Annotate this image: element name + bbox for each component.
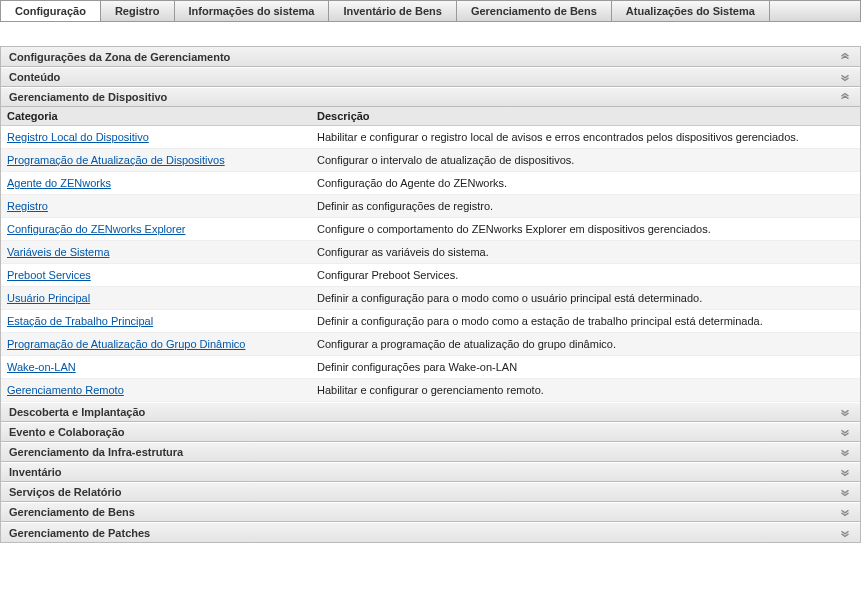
cell-category: Registro Local do Dispositivo [1, 126, 311, 148]
section-assets-title: Gerenciamento de Bens [9, 506, 135, 518]
cell-category: Estação de Trabalho Principal [1, 310, 311, 332]
cell-description: Definir a configuração para o modo como … [311, 287, 860, 309]
cell-description: Configurar Preboot Services. [311, 264, 860, 286]
section-zone[interactable]: Configurações da Zona de Gerenciamento [1, 47, 860, 67]
section-assets[interactable]: Gerenciamento de Bens [1, 502, 860, 522]
category-link[interactable]: Variáveis de Sistema [7, 246, 110, 258]
cell-description: Habilitar e configurar o registro local … [311, 126, 860, 148]
category-link[interactable]: Programação de Atualização de Dispositiv… [7, 154, 225, 166]
cell-description: Configurar o intervalo de atualização de… [311, 149, 860, 171]
chevron-double-up-icon [838, 90, 852, 104]
section-report-title: Serviços de Relatório [9, 486, 122, 498]
table-body: Registro Local do DispositivoHabilitar e… [1, 126, 860, 402]
table-row: Registro Local do DispositivoHabilitar e… [1, 126, 860, 149]
chevron-double-down-icon [838, 526, 852, 540]
chevron-double-up-icon [838, 50, 852, 64]
cell-description: Configurar a programação de atualização … [311, 333, 860, 355]
section-event-title: Evento e Colaboração [9, 426, 125, 438]
category-link[interactable]: Gerenciamento Remoto [7, 384, 124, 396]
section-discovery[interactable]: Descoberta e Implantação [1, 402, 860, 422]
chevron-double-down-icon [838, 485, 852, 499]
category-link[interactable]: Usuário Principal [7, 292, 90, 304]
chevron-double-down-icon [838, 405, 852, 419]
cell-description: Definir a configuração para o modo como … [311, 310, 860, 332]
cell-description: Configurar as variáveis do sistema. [311, 241, 860, 263]
cell-category: Wake-on-LAN [1, 356, 311, 378]
tab-configuracao[interactable]: Configuração [1, 1, 101, 21]
table-row: Usuário PrincipalDefinir a configuração … [1, 287, 860, 310]
table-row: Programação de Atualização do Grupo Dinâ… [1, 333, 860, 356]
section-patches-title: Gerenciamento de Patches [9, 527, 150, 539]
chevron-double-down-icon [838, 465, 852, 479]
table-row: Agente do ZENworksConfiguração do Agente… [1, 172, 860, 195]
section-report[interactable]: Serviços de Relatório [1, 482, 860, 502]
cell-category: Configuração do ZENworks Explorer [1, 218, 311, 240]
category-link[interactable]: Wake-on-LAN [7, 361, 76, 373]
cell-category: Registro [1, 195, 311, 217]
cell-description: Habilitar e configurar o gerenciamento r… [311, 379, 860, 401]
section-inventory[interactable]: Inventário [1, 462, 860, 482]
category-link[interactable]: Estação de Trabalho Principal [7, 315, 153, 327]
chevron-double-down-icon [838, 70, 852, 84]
cell-category: Preboot Services [1, 264, 311, 286]
tab-gerenciamento-bens[interactable]: Gerenciamento de Bens [457, 1, 612, 21]
cell-category: Programação de Atualização de Dispositiv… [1, 149, 311, 171]
table-row: Preboot ServicesConfigurar Preboot Servi… [1, 264, 860, 287]
cell-description: Configure o comportamento do ZENworks Ex… [311, 218, 860, 240]
section-event[interactable]: Evento e Colaboração [1, 422, 860, 442]
section-infra[interactable]: Gerenciamento da Infra-estrutura [1, 442, 860, 462]
table-row: Programação de Atualização de Dispositiv… [1, 149, 860, 172]
table-row: Estação de Trabalho PrincipalDefinir a c… [1, 310, 860, 333]
table-row: Configuração do ZENworks ExplorerConfigu… [1, 218, 860, 241]
chevron-double-down-icon [838, 505, 852, 519]
section-content-title: Conteúdo [9, 71, 60, 83]
cell-category: Variáveis de Sistema [1, 241, 311, 263]
section-device-title: Gerenciamento de Dispositivo [9, 91, 167, 103]
category-link[interactable]: Preboot Services [7, 269, 91, 281]
cell-description: Definir configurações para Wake-on-LAN [311, 356, 860, 378]
section-discovery-title: Descoberta e Implantação [9, 406, 145, 418]
table-row: Variáveis de SistemaConfigurar as variáv… [1, 241, 860, 264]
content-panel: Configurações da Zona de Gerenciamento C… [0, 46, 861, 543]
cell-category: Usuário Principal [1, 287, 311, 309]
category-link[interactable]: Registro Local do Dispositivo [7, 131, 149, 143]
tab-inventario-bens[interactable]: Inventário de Bens [329, 1, 456, 21]
table-header-row: Categoria Descrição [1, 107, 860, 126]
col-header-description: Descrição [311, 107, 860, 125]
cell-category: Agente do ZENworks [1, 172, 311, 194]
tab-registro[interactable]: Registro [101, 1, 175, 21]
tab-atualizacoes[interactable]: Atualizações do Sistema [612, 1, 770, 21]
cell-description: Definir as configurações de registro. [311, 195, 860, 217]
section-inventory-title: Inventário [9, 466, 62, 478]
section-infra-title: Gerenciamento da Infra-estrutura [9, 446, 183, 458]
table-row: Wake-on-LANDefinir configurações para Wa… [1, 356, 860, 379]
table-row: RegistroDefinir as configurações de regi… [1, 195, 860, 218]
category-link[interactable]: Programação de Atualização do Grupo Dinâ… [7, 338, 245, 350]
category-link[interactable]: Agente do ZENworks [7, 177, 111, 189]
section-content[interactable]: Conteúdo [1, 67, 860, 87]
tab-bar: Configuração Registro Informações do sis… [0, 0, 861, 22]
col-header-category: Categoria [1, 107, 311, 125]
cell-category: Programação de Atualização do Grupo Dinâ… [1, 333, 311, 355]
table-row: Gerenciamento RemotoHabilitar e configur… [1, 379, 860, 402]
chevron-double-down-icon [838, 445, 852, 459]
category-link[interactable]: Registro [7, 200, 48, 212]
chevron-double-down-icon [838, 425, 852, 439]
section-patches[interactable]: Gerenciamento de Patches [1, 522, 860, 542]
cell-category: Gerenciamento Remoto [1, 379, 311, 401]
tab-informacoes[interactable]: Informações do sistema [175, 1, 330, 21]
cell-description: Configuração do Agente do ZENworks. [311, 172, 860, 194]
section-device[interactable]: Gerenciamento de Dispositivo [1, 87, 860, 107]
section-zone-title: Configurações da Zona de Gerenciamento [9, 51, 230, 63]
category-link[interactable]: Configuração do ZENworks Explorer [7, 223, 186, 235]
